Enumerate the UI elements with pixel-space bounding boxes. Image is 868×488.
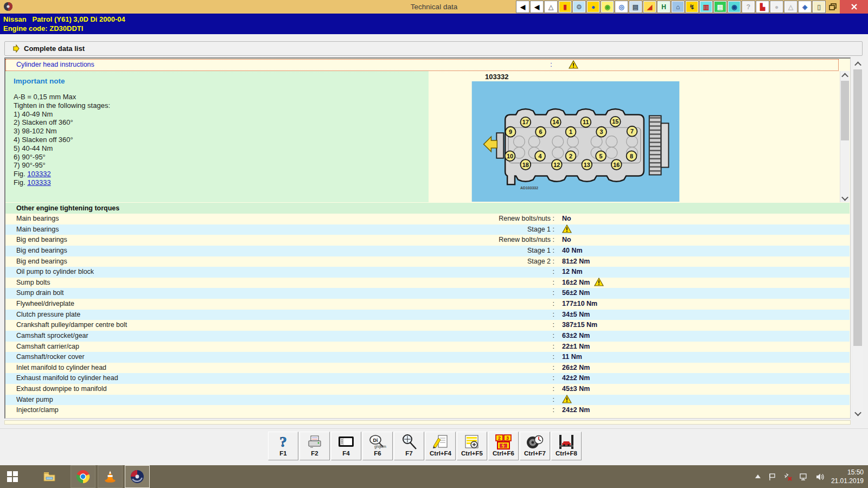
table-row[interactable]: Big end bearingsStage 2 :81±2 Nm (5, 256, 850, 267)
note-heading: Important note (14, 77, 429, 85)
table-row[interactable]: Inlet manifold to cylinder head:26±2 Nm (5, 363, 850, 374)
network-icon[interactable] (799, 473, 808, 481)
table-row[interactable]: Sump bolts:16±2 Nm (5, 278, 850, 288)
function-key-label: Ctrl+F5 (457, 450, 487, 457)
ce-disabled-icon[interactable]: △ (784, 1, 797, 13)
warning-icon[interactable] (569, 60, 578, 71)
hidden-icons-chevron-icon[interactable] (755, 474, 761, 479)
help-disabled-icon[interactable]: ? (742, 1, 755, 13)
ramp-icon[interactable]: ◢ (643, 1, 656, 13)
row-label: Big end bearings (16, 236, 67, 243)
print-icon (300, 432, 329, 450)
file-explorer-button[interactable] (37, 465, 62, 488)
tools-icon[interactable]: ⚙ (572, 1, 586, 13)
table-row[interactable]: Camshaft carrier/cap:22±1 Nm (5, 342, 850, 352)
plant-icon[interactable]: ⌂ (671, 1, 685, 13)
row-parameter: : (353, 406, 554, 414)
table-row[interactable]: Main bearingsRenew bolts/nuts :No (5, 214, 850, 224)
important-note-panel: Important note A-B = 0,15 mm MaxTighten … (5, 71, 429, 202)
application-window: Technical data ◀◀△▮⚙●◉◎▤◢H⌂↯▥▤◉?▙●△◈▯ Ni… (0, 0, 868, 488)
table-row[interactable]: Main bearingsStage 1 : (5, 224, 850, 235)
car-lift-button[interactable]: Ctrl+F8 (551, 432, 582, 460)
scroll-up-button[interactable] (853, 60, 863, 68)
door-icon[interactable]: ▯ (812, 1, 826, 13)
print-button[interactable]: F2 (299, 432, 330, 460)
table-row[interactable]: Crankshaft pulley/damper centre bolt:387… (5, 320, 850, 331)
lamp-disabled-icon[interactable]: ● (770, 1, 783, 13)
warning-triangle-icon[interactable]: △ (544, 1, 558, 13)
figure-prefix: Fig. (14, 170, 27, 178)
cylinder-head-diagram: 171411159613710425818121316 AD103332 (471, 81, 680, 202)
vlc-icon (103, 470, 117, 484)
battery-23-button[interactable]: 23Ctrl+F6 (488, 432, 519, 460)
glossary-button[interactable]: DighijklmF6 (362, 432, 393, 460)
engine-part-icon[interactable]: ◈ (798, 1, 812, 13)
close-button[interactable] (840, 0, 868, 14)
table-row[interactable]: Big end bearingsStage 1 :40 Nm (5, 246, 850, 256)
table-row[interactable]: Camshaft/rocker cover:11 Nm (5, 352, 850, 363)
help-button[interactable]: ?F1 (268, 432, 298, 460)
spark-plug-icon[interactable]: ↯ (685, 1, 699, 13)
table-row[interactable]: Exhaust manifold to cylinder head:42±2 N… (5, 373, 850, 384)
folder-icon (42, 470, 56, 483)
list-scrollbar[interactable] (853, 60, 863, 418)
table-row[interactable]: Clutch pressure plate:34±5 Nm (5, 310, 850, 320)
vehicle-data-icon[interactable]: ▮ (558, 1, 572, 13)
printer-icon[interactable]: ▤ (713, 1, 727, 13)
scroll-up-button[interactable] (840, 71, 850, 80)
volume-icon[interactable] (815, 473, 825, 481)
screen-button[interactable]: F4 (331, 432, 361, 460)
svg-text:Di: Di (373, 438, 378, 443)
chrome-button[interactable] (71, 465, 95, 488)
vlc-button[interactable] (98, 465, 123, 488)
equipment-icon[interactable]: ▤ (629, 1, 642, 13)
table-row[interactable]: Camshaft sprocket/gear:63±2 Nm (5, 331, 850, 342)
scrollbar-thumb[interactable] (853, 69, 862, 346)
note-scrollbar[interactable] (840, 71, 850, 202)
edit-note-button[interactable]: Ctrl+F4 (425, 432, 456, 460)
row-value (562, 396, 572, 403)
table-row[interactable]: Flywheel/driveplate:177±10 Nm (5, 299, 850, 310)
figure-link[interactable]: 103332 (27, 170, 50, 178)
function-key-label: Ctrl+F6 (489, 450, 518, 457)
wheel-icon[interactable]: ◎ (615, 1, 628, 13)
battery-icon[interactable]: ▥ (699, 1, 713, 13)
table-row[interactable]: Water pump: (5, 395, 850, 406)
diagnostics-icon[interactable]: ◉ (601, 1, 614, 13)
scroll-down-button[interactable] (840, 194, 850, 202)
disc-write-icon[interactable]: ◉ (727, 1, 741, 13)
scroll-down-button[interactable] (853, 409, 863, 418)
globe-icon[interactable]: ● (586, 1, 600, 13)
seat-icon[interactable]: ▙ (756, 1, 769, 13)
figure-link[interactable]: 103333 (27, 178, 50, 187)
table-row[interactable]: Big end bearingsRenew bolts/nuts :No (5, 235, 850, 246)
workshop-app-button[interactable] (125, 465, 150, 488)
action-center-flag-icon[interactable] (768, 473, 776, 481)
gauges-button[interactable]: Ctrl+F7 (520, 432, 550, 460)
no-audio-device-icon[interactable] (783, 472, 792, 481)
start-button[interactable] (0, 465, 25, 488)
function-key-label: F6 (363, 450, 392, 457)
row-label: Water pump (16, 396, 53, 403)
svg-text:2: 2 (498, 435, 501, 441)
cylinder-head-instructions-row[interactable]: Cylinder head instructions : (5, 59, 839, 71)
svg-text:AD103332: AD103332 (520, 186, 538, 190)
svg-text:12: 12 (553, 162, 560, 168)
magnifier-button[interactable]: F7 (394, 432, 424, 460)
table-row[interactable]: Exhaust downpipe to manifold:45±3 Nm (5, 384, 850, 395)
scrollbar-thumb[interactable] (841, 81, 849, 140)
nav-back-icon[interactable]: ◀ (530, 1, 544, 13)
table-row[interactable]: Injector/clamp:24±2 Nm (5, 405, 850, 416)
cylinder-head-instructions-link[interactable]: Cylinder head instructions (16, 61, 94, 68)
restore-button[interactable] (827, 2, 839, 11)
row-parameter: : (353, 300, 554, 307)
row-value: 12 Nm (562, 268, 583, 275)
lift-icon[interactable]: H (657, 1, 671, 13)
nav-first-icon[interactable]: ◀ (516, 1, 529, 13)
note-line: 4) Slacken off 360° (14, 136, 429, 144)
table-row[interactable]: Sump drain bolt:56±2 Nm (5, 288, 850, 299)
table-row[interactable]: Oil pump to cylinder block:12 Nm (5, 267, 850, 278)
data-list-button[interactable]: Ctrl+F5 (457, 432, 487, 460)
table-section-header: Other engine tightening torques (5, 203, 850, 214)
taskbar-clock[interactable]: 15:50 21.01.2019 (831, 468, 864, 485)
